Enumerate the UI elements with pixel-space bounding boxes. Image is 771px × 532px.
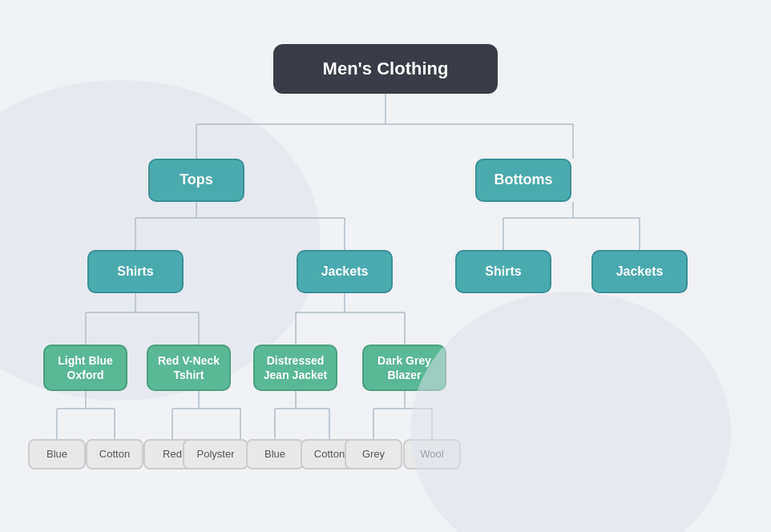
- polyster-attr-node[interactable]: Polyster: [183, 439, 248, 470]
- bottoms-node[interactable]: Bottoms: [475, 159, 571, 202]
- bottoms-label: Bottoms: [494, 171, 553, 189]
- root-label: Men's Clothing: [323, 58, 449, 81]
- distressed-jacket-node[interactable]: Distressed Jean Jacket: [253, 345, 337, 391]
- red-vneck-label: Red V-Neck Tshirt: [148, 353, 229, 382]
- wool-attr-label: Wool: [420, 448, 443, 461]
- dark-grey-blazer-node[interactable]: Dark Grey Blazer: [362, 345, 446, 391]
- blue2-attr-label: Blue: [264, 448, 285, 461]
- shirts-bottoms-label: Shirts: [485, 264, 521, 280]
- jackets-tops-node[interactable]: Jackets: [297, 250, 393, 293]
- grey-attr-node[interactable]: Grey: [345, 439, 402, 470]
- distressed-jacket-label: Distressed Jean Jacket: [255, 353, 336, 382]
- jackets-tops-label: Jackets: [321, 264, 369, 280]
- jackets-bottoms-node[interactable]: Jackets: [591, 250, 688, 293]
- tops-node[interactable]: Tops: [148, 159, 244, 202]
- cotton1-attr-node[interactable]: Cotton: [86, 439, 143, 470]
- jackets-bottoms-label: Jackets: [616, 264, 664, 280]
- red1-attr-label: Red: [163, 448, 182, 461]
- light-blue-oxford-node[interactable]: Light Blue Oxford: [43, 345, 127, 391]
- blue1-attr-node[interactable]: Blue: [28, 439, 86, 470]
- dark-grey-blazer-label: Dark Grey Blazer: [364, 353, 445, 382]
- tops-label: Tops: [180, 171, 213, 189]
- blue1-attr-label: Blue: [46, 448, 67, 461]
- shirts-tops-node[interactable]: Shirts: [87, 250, 184, 293]
- root-node: Men's Clothing: [273, 44, 498, 94]
- wool-attr-node[interactable]: Wool: [403, 439, 461, 470]
- shirts-tops-label: Shirts: [117, 264, 153, 280]
- shirts-bottoms-node[interactable]: Shirts: [455, 250, 551, 293]
- cotton2-attr-label: Cotton: [314, 448, 345, 461]
- cotton1-attr-label: Cotton: [99, 448, 130, 461]
- grey-attr-label: Grey: [362, 448, 385, 461]
- red-vneck-node[interactable]: Red V-Neck Tshirt: [147, 345, 231, 391]
- blue2-attr-node[interactable]: Blue: [246, 439, 304, 470]
- light-blue-oxford-label: Light Blue Oxford: [45, 353, 126, 382]
- polyster-attr-label: Polyster: [197, 448, 235, 461]
